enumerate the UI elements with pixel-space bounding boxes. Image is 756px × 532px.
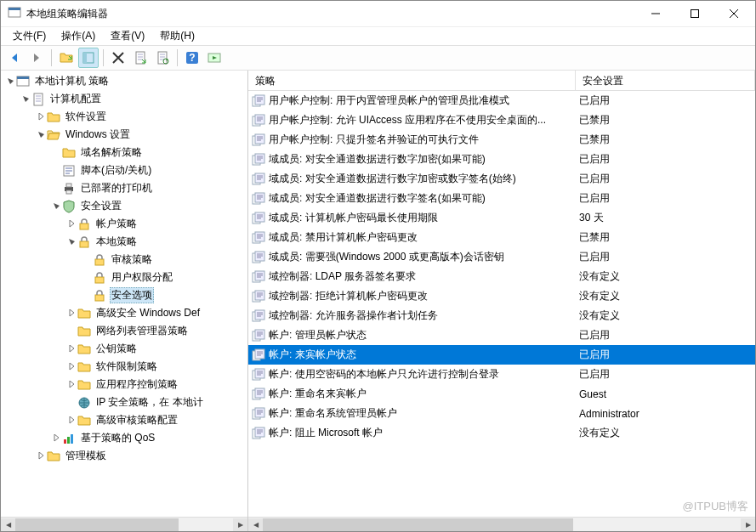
- expand-icon[interactable]: [65, 379, 77, 391]
- minimize-button[interactable]: [636, 1, 675, 26]
- tree-user-rights[interactable]: 用户权限分配: [1, 269, 247, 286]
- policy-row[interactable]: 域成员: 需要强(Windows 2000 或更高版本)会话密钥已启用: [248, 247, 755, 267]
- expand-icon[interactable]: [65, 218, 77, 230]
- tree-public-key[interactable]: 公钥策略: [1, 340, 247, 358]
- tree-scripts[interactable]: 脚本(启动/关机): [1, 161, 247, 179]
- tree-advanced-firewall[interactable]: 高级安全 Windows Def: [1, 304, 247, 322]
- policy-icon: [252, 427, 265, 440]
- collapse-icon[interactable]: [4, 76, 16, 88]
- column-setting[interactable]: 安全设置: [576, 71, 755, 90]
- policy-row[interactable]: 域控制器: 允许服务器操作者计划任务没有定义: [248, 306, 755, 325]
- list-scrollbar[interactable]: ◀ ▶: [248, 517, 755, 531]
- policy-icon: [252, 388, 265, 401]
- policy-value: 30 天: [576, 211, 755, 225]
- tree-qos[interactable]: 基于策略的 QoS: [1, 429, 247, 447]
- tree-label: 高级安全 Windows Def: [94, 305, 202, 321]
- policy-icon: [252, 309, 265, 323]
- policy-icon: [252, 173, 265, 186]
- column-policy[interactable]: 策略: [248, 71, 576, 90]
- tree-windows-settings[interactable]: Windows 设置: [1, 126, 247, 144]
- policy-value: 没有定义: [576, 308, 755, 323]
- back-button[interactable]: [4, 48, 25, 68]
- tree-root[interactable]: 本地计算机 策略: [1, 72, 247, 90]
- policy-icon: [252, 231, 265, 245]
- forward-button[interactable]: [26, 48, 47, 68]
- tree-software-settings[interactable]: 软件设置: [1, 108, 247, 126]
- expand-icon[interactable]: [35, 450, 47, 462]
- tree-computer-config[interactable]: 计算机配置: [1, 90, 247, 108]
- policy-row[interactable]: 帐户: 来宾帐户状态已启用: [248, 345, 755, 365]
- collapse-icon[interactable]: [35, 129, 47, 141]
- scroll-right[interactable]: ▶: [233, 518, 247, 531]
- collapse-icon[interactable]: [50, 201, 62, 212]
- tree-security-options[interactable]: 安全选项: [1, 286, 247, 304]
- folder-icon: [47, 450, 60, 463]
- expand-placeholder: [50, 183, 62, 195]
- policy-row[interactable]: 帐户: 重命名来宾帐户Guest: [248, 384, 755, 404]
- policy-name: 用户帐户控制: 允许 UIAccess 应用程序在不使用安全桌面的...: [269, 113, 546, 127]
- folder-icon: [77, 307, 91, 320]
- scroll-left[interactable]: ◀: [248, 518, 263, 531]
- tree-network-list[interactable]: 网络列表管理器策略: [1, 322, 247, 340]
- tree-scrollbar[interactable]: ◀ ▶: [1, 517, 247, 531]
- policy-row[interactable]: 帐户: 阻止 Microsoft 帐户没有定义: [248, 423, 755, 443]
- policy-icon: [252, 153, 265, 167]
- run-button[interactable]: [204, 48, 225, 68]
- policy-row[interactable]: 用户帐户控制: 只提升签名并验证的可执行文件已禁用: [248, 130, 755, 150]
- shield-icon: [62, 200, 76, 213]
- folder-icon: [77, 342, 91, 356]
- expand-icon[interactable]: [50, 433, 62, 444]
- tree-printers[interactable]: 已部署的打印机: [1, 179, 247, 197]
- doc-icon: [31, 93, 45, 106]
- maximize-button[interactable]: [675, 1, 714, 26]
- help-button[interactable]: ?: [182, 48, 202, 68]
- tree-audit-policy[interactable]: 审核策略: [1, 251, 247, 269]
- scroll-left[interactable]: ◀: [1, 518, 15, 531]
- refresh-button[interactable]: [152, 48, 173, 68]
- policy-row[interactable]: 帐户: 管理员帐户状态已启用: [248, 325, 755, 345]
- policy-value: 已启用: [576, 250, 755, 264]
- menu-action[interactable]: 操作(A): [54, 27, 102, 45]
- policy-name: 用户帐户控制: 只提升签名并验证的可执行文件: [269, 133, 479, 147]
- tree-security-settings[interactable]: 安全设置: [1, 197, 247, 215]
- expand-icon[interactable]: [35, 111, 47, 123]
- tree-local-policy[interactable]: 本地策略: [1, 233, 247, 251]
- policy-row[interactable]: 用户帐户控制: 允许 UIAccess 应用程序在不使用安全桌面的...已禁用: [248, 110, 755, 130]
- menu-help[interactable]: 帮助(H): [153, 27, 202, 45]
- policy-row[interactable]: 域成员: 对安全通道数据进行数字加密或数字签名(始终)已启用: [248, 169, 755, 189]
- collapse-icon[interactable]: [20, 93, 31, 105]
- menu-view[interactable]: 查看(V): [104, 27, 151, 45]
- expand-icon[interactable]: [65, 343, 77, 355]
- policy-row[interactable]: 帐户: 重命名系统管理员帐户Administrator: [248, 404, 755, 423]
- tree-advanced-audit[interactable]: 高级审核策略配置: [1, 411, 247, 429]
- expand-icon[interactable]: [65, 308, 77, 320]
- tree-software-restriction[interactable]: 软件限制策略: [1, 358, 247, 376]
- policy-row[interactable]: 域成员: 禁用计算机帐户密码更改已禁用: [248, 228, 755, 247]
- policy-row[interactable]: 域控制器: LDAP 服务器签名要求没有定义: [248, 267, 755, 286]
- close-button[interactable]: [714, 1, 753, 26]
- menu-file[interactable]: 文件(F): [6, 27, 53, 45]
- titlebar: 本地组策略编辑器: [1, 1, 755, 26]
- expand-icon[interactable]: [65, 415, 77, 427]
- policy-row[interactable]: 域成员: 对安全通道数据进行数字签名(如果可能)已启用: [248, 189, 755, 208]
- policy-row[interactable]: 域成员: 计算机帐户密码最长使用期限30 天: [248, 208, 755, 228]
- delete-button[interactable]: [108, 48, 128, 68]
- expand-icon[interactable]: [65, 361, 77, 373]
- policy-row[interactable]: 用户帐户控制: 用于内置管理员帐户的管理员批准模式已启用: [248, 91, 755, 110]
- policy-row[interactable]: 域成员: 对安全通道数据进行数字加密(如果可能)已启用: [248, 150, 755, 169]
- up-button[interactable]: [56, 48, 77, 68]
- view-button[interactable]: [78, 48, 99, 68]
- tree-account-policy[interactable]: 帐户策略: [1, 215, 247, 233]
- tree-ip-security[interactable]: IP 安全策略，在 本地计: [1, 393, 247, 411]
- export-button[interactable]: [130, 48, 151, 68]
- tree-admin-templates[interactable]: 管理模板: [1, 447, 247, 465]
- tree-app-control[interactable]: 应用程序控制策略: [1, 376, 247, 393]
- collapse-icon[interactable]: [65, 236, 77, 248]
- tree-dns-policy[interactable]: 域名解析策略: [1, 144, 247, 161]
- policy-row[interactable]: 帐户: 使用空密码的本地帐户只允许进行控制台登录已启用: [248, 365, 755, 384]
- lock-icon: [93, 253, 106, 267]
- scroll-right[interactable]: ▶: [741, 518, 755, 531]
- policy-icon: [252, 133, 265, 147]
- policy-row[interactable]: 域控制器: 拒绝计算机帐户密码更改没有定义: [248, 286, 755, 306]
- tree-label: 公钥策略: [94, 341, 139, 357]
